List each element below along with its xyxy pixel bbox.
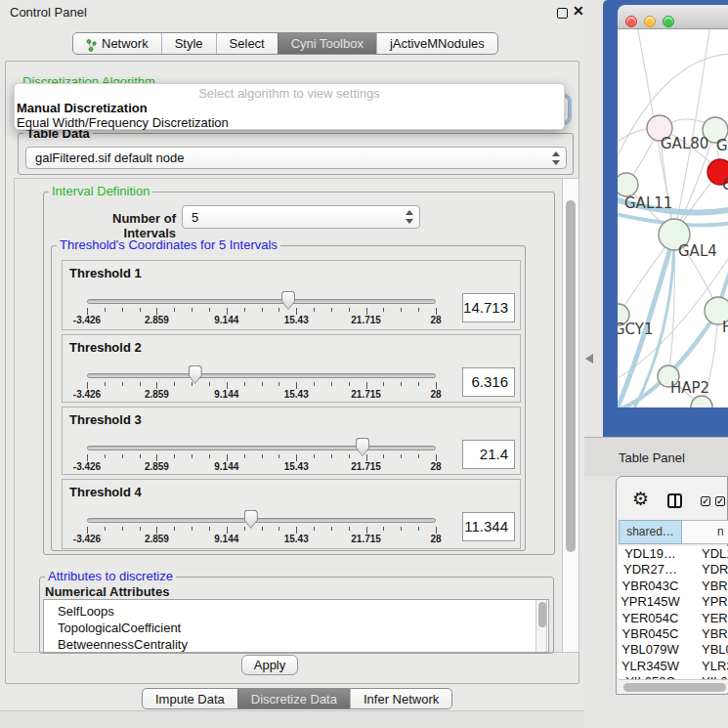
close-traffic-light[interactable] [625,16,637,27]
tick-mark [418,308,419,312]
tick-mark [244,382,245,386]
threshold-value-field[interactable]: 21.4 [462,440,515,469]
cell-shared-name: YPR145W [619,594,682,610]
settings-vertical-scrollbar[interactable] [562,179,579,652]
table-row[interactable]: YDR27…YDR2 [619,562,728,578]
cell-shared-name: YLR345W [619,659,682,674]
column-header-name[interactable]: n [682,520,728,544]
tick-mark [87,308,88,315]
threshold-value-field[interactable]: 6.316 [462,367,515,397]
number-of-intervals-select[interactable]: 5 [182,205,420,229]
tab-network[interactable]: Network [73,33,161,54]
tab-cyni-toolbox[interactable]: Cyni Toolbox [278,33,376,54]
scrollbar-thumb[interactable] [538,602,546,627]
scrollbar-thumb[interactable] [566,200,576,552]
network-view[interactable]: GAL80 GA C GAL11 GAL4 GCY1 H HAP2 [618,29,728,407]
combo-arrows-icon [405,210,413,224]
tick-mark [366,527,367,534]
threshold-slider-thumb[interactable] [356,438,369,456]
threshold-slider-track[interactable] [87,299,436,304]
tick-label: 9.144 [197,389,256,400]
table-panel-bar: Table Panel [584,437,728,476]
tick-mark [366,454,367,461]
gear-icon[interactable]: ⚙ [632,490,649,508]
threshold-value-field[interactable]: 11.344 [462,512,515,541]
tick-label: 21.715 [337,534,396,544]
tick-label: -3.426 [58,389,116,400]
table-horizontal-scrollbar[interactable] [619,679,728,693]
tick-label: 9.144 [197,461,256,472]
node-label: GCY1 [618,321,654,338]
tick-mark [331,454,332,458]
tab-infer-network[interactable]: Infer Network [350,689,451,708]
threshold-slider-thumb[interactable] [189,365,202,384]
tab-style[interactable]: Style [161,33,216,54]
network-window-titlebar[interactable] [618,5,728,29]
tick-label: 21.715 [337,461,396,472]
tick-mark [122,382,123,386]
minimize-traffic-light[interactable] [644,16,656,27]
threshold-label: Threshold 1 [69,266,142,280]
node-label: GAL11 [624,194,672,212]
table-row[interactable]: YBL079WYBL0 [619,642,728,658]
zoom-traffic-light[interactable] [663,16,674,27]
attribute-item-selfloops[interactable]: SelfLoops [44,603,548,620]
attribute-item-betweennesscentrality[interactable]: BetweennessCentrality [44,636,548,653]
table-data-select[interactable]: galFiltered.sif default node [25,147,567,169]
threshold-value-field[interactable]: 14.713 [462,293,515,322]
tick-label: -3.426 [58,461,116,472]
threshold-slider-track[interactable] [87,446,436,450]
table-row[interactable]: YPR145WYPR1 [619,594,728,610]
tick-mark [418,382,419,386]
tick-mark [383,382,384,386]
checkbox-icon[interactable]: ✓ [715,496,725,506]
algorithm-option-equal-width-frequency-discretization[interactable]: Equal Width/Frequency Discretization [15,115,564,130]
tab-impute-data[interactable]: Impute Data [143,689,237,708]
tick-mark [140,308,141,312]
threshold-label: Threshold 2 [69,340,142,355]
tick-mark [278,382,279,386]
attributes-list-scrollbar[interactable] [535,600,547,652]
tick-mark [349,527,350,531]
threshold-slider-thumb[interactable] [281,291,295,310]
status-strip [0,710,584,728]
table-row[interactable]: YDL19…YDL1 [619,546,728,562]
table-row[interactable]: YLR345WYLR3 [619,659,728,674]
threshold-panel: Threshold 4 -3.4262.8599.14415.4321.7152… [62,479,521,549]
apply-button[interactable]: Apply [241,655,298,675]
table-row[interactable]: YBR045CYBR0 [619,626,728,642]
tick-mark [296,454,297,461]
tick-mark [105,454,106,458]
table-row[interactable]: YER054CYER0 [619,611,728,626]
attribute-item-topologicalcoefficient[interactable]: TopologicalCoefficient [44,620,548,636]
split-column-icon[interactable] [667,493,682,508]
scrollbar-thumb[interactable] [623,683,726,692]
tab-select[interactable]: Select [216,33,278,54]
tab-jactivemnodules[interactable]: jActiveMNodules [376,33,497,54]
tick-mark [314,527,315,531]
cell-shared-name: YBL079W [619,642,682,658]
checkbox-icon[interactable]: ✓ [701,496,710,506]
node[interactable] [691,396,712,407]
threshold-slider-track[interactable] [87,518,436,523]
algorithm-option-manual-discretization[interactable]: Manual Discretization [15,101,564,115]
tab-label: Impute Data [155,689,225,709]
threshold-slider-thumb[interactable] [244,510,258,529]
tick-mark [383,454,384,458]
tick-label: 15.43 [267,534,325,544]
threshold-slider-track[interactable] [87,373,436,378]
tick-mark [314,382,315,386]
table-row[interactable]: YBR043CYBR0 [619,578,728,594]
tick-mark [401,454,402,458]
cell-shared-name: YER054C [619,611,682,626]
network-icon [86,37,97,50]
tick-mark [262,454,263,458]
close-icon[interactable]: ✕ [573,3,584,19]
tick-mark [244,308,245,312]
tab-discretize-data[interactable]: Discretize Data [237,689,350,708]
numerical-attributes-list[interactable]: SelfLoopsTopologicalCoefficientBetweenne… [43,599,549,653]
float-window-icon[interactable] [557,8,568,19]
node-label: GA [716,137,728,154]
column-header-shared-name[interactable]: shared… [619,520,682,544]
node[interactable] [618,173,638,196]
